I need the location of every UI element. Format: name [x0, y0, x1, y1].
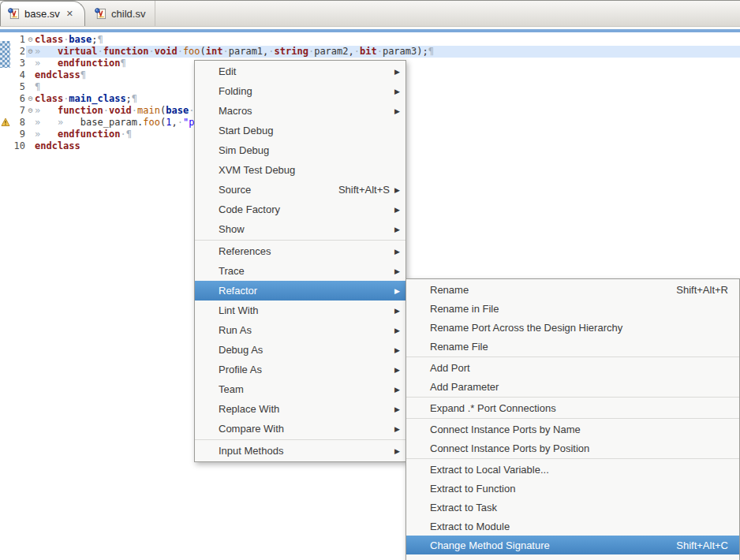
code-token: ·	[97, 46, 103, 57]
code-line[interactable]: 2⊖» virtual·function·void·foo(int·param1…	[0, 46, 740, 58]
code-text: » function·void·main(base·ba	[35, 105, 206, 117]
menu-item-label: Run As	[219, 324, 390, 336]
code-token: ¶	[428, 46, 434, 57]
line-number: 8	[11, 117, 26, 129]
menu-item-connect-instance-ports-by-position[interactable]: Connect Instance Ports by Position	[406, 439, 739, 457]
line-number: 2	[11, 46, 26, 58]
code-token: (	[200, 46, 206, 57]
menu-item-edit[interactable]: Edit▶	[195, 62, 406, 81]
menu-item-rename-port-across-the-design-hierarchy[interactable]: Rename Port Across the Design Hierarchy	[406, 318, 739, 337]
code-token: ;	[126, 93, 132, 104]
code-text: class·base;¶	[35, 34, 103, 46]
menu-item-add-port[interactable]: Add Port	[406, 358, 739, 377]
submenu-arrow-icon: ▶	[394, 425, 400, 433]
menu-item-folding[interactable]: Folding▶	[195, 81, 406, 101]
code-token: main_class	[69, 93, 125, 104]
code-token: ·	[268, 46, 274, 57]
menu-item-references[interactable]: References▶	[195, 241, 406, 261]
fold-minus-icon[interactable]: ⊖	[26, 34, 35, 46]
menu-item-sim-debug[interactable]: Sim Debug	[195, 140, 406, 160]
menu-item-trace[interactable]: Trace▶	[195, 261, 406, 281]
menu-item-debug-as[interactable]: Debug As▶	[195, 340, 406, 360]
code-token: main	[137, 105, 160, 116]
menu-item-refactor[interactable]: Refactor▶	[195, 281, 406, 301]
submenu-arrow-icon: ▶	[394, 366, 400, 374]
menu-item-extract-to-task[interactable]: Extract to Task	[406, 498, 739, 517]
menu-item-start-debug[interactable]: Start Debug	[195, 121, 406, 140]
submenu-arrow-icon: ▶	[394, 68, 400, 76]
tab-base-sv[interactable]: base.sv✕	[0, 1, 85, 26]
menu-item-add-parameter[interactable]: Add Parameter	[406, 377, 739, 396]
menu-item-change-method-signature[interactable]: Change Method SignatureShift+Alt+C	[406, 536, 739, 554]
context-menu: Edit▶Folding▶Macros▶Start DebugSim Debug…	[194, 60, 406, 462]
menu-separator	[406, 418, 739, 419]
code-token: base	[166, 105, 189, 116]
menu-item-team[interactable]: Team▶	[195, 379, 406, 399]
menu-item-run-as[interactable]: Run As▶	[195, 320, 406, 340]
code-token: );	[417, 46, 428, 57]
menu-item-xvm-test-debug[interactable]: XVM Test Debug	[195, 160, 406, 180]
submenu-arrow-icon: ▶	[394, 447, 400, 455]
menu-item-rename-file[interactable]: Rename File	[406, 337, 739, 356]
code-token: endclass	[35, 140, 80, 151]
menu-item-extract-to-module[interactable]: Extract to Module	[406, 517, 739, 536]
code-token: endfunction	[58, 129, 120, 140]
code-token: ·	[354, 46, 360, 57]
menu-item-label: Folding	[219, 85, 390, 97]
line-number: 4	[11, 69, 26, 81]
code-token: »	[35, 105, 58, 116]
menu-item-replace-with[interactable]: Replace With▶	[195, 399, 406, 419]
code-token: ·	[132, 105, 137, 116]
menu-item-macros[interactable]: Macros▶	[195, 101, 406, 121]
code-token: endclass	[35, 69, 80, 80]
code-token: ¶	[120, 58, 125, 69]
menu-item-lint-with[interactable]: Lint With▶	[195, 301, 406, 320]
menu-item-label: Show	[219, 223, 390, 235]
menu-item-label: Extract to Task	[430, 502, 728, 513]
menu-item-expand-port-connections[interactable]: Expand .* Port Connections	[406, 398, 739, 417]
menu-item-connect-instance-ports-by-name[interactable]: Connect Instance Ports by Name	[406, 420, 739, 439]
menu-item-show[interactable]: Show▶	[195, 219, 406, 239]
submenu-arrow-icon: ▶	[394, 226, 400, 233]
code-token: param3	[383, 46, 417, 57]
fold-minus-icon[interactable]: ⊖	[26, 46, 35, 58]
menu-item-label: XVM Test Debug	[219, 164, 390, 176]
editor-window: base.sv✕child.sv 1⊖class·base;¶2⊖» virtu…	[0, 0, 740, 560]
menu-item-profile-as[interactable]: Profile As▶	[195, 360, 406, 379]
code-token: ¶	[132, 93, 137, 104]
code-token: class	[35, 93, 63, 104]
menu-item-extract-to-function[interactable]: Extract to Function	[406, 479, 739, 498]
menu-item-rename-in-file[interactable]: Rename in File	[406, 299, 739, 318]
menu-item-input-methods[interactable]: Input Methods▶	[195, 441, 406, 461]
code-token: »	[35, 129, 58, 140]
menu-item-label: Code Factory	[219, 203, 390, 215]
fold-ruler-cell	[26, 129, 35, 140]
sv-file-icon	[8, 8, 20, 20]
fold-minus-icon[interactable]: ⊖	[26, 93, 35, 105]
code-line[interactable]: 1⊖class·base;¶	[0, 34, 740, 46]
close-icon[interactable]: ✕	[66, 9, 73, 19]
menu-item-compare-with[interactable]: Compare With▶	[195, 419, 406, 439]
submenu-arrow-icon: ▶	[394, 386, 400, 394]
menu-item-rename[interactable]: RenameShift+Alt+R	[406, 280, 739, 299]
submenu-arrow-icon: ▶	[394, 287, 400, 295]
code-token: ¶	[35, 81, 40, 92]
menu-item-code-factory[interactable]: Code Factory▶	[195, 200, 406, 219]
code-text: class·main_class;¶	[35, 93, 137, 105]
line-number: 10	[11, 140, 26, 152]
code-token: ·	[377, 46, 383, 57]
code-token: base_param	[80, 117, 137, 128]
code-token: ·	[178, 46, 183, 57]
warning-icon[interactable]	[1, 118, 10, 127]
tab-label: base.sv	[24, 8, 60, 20]
tab-child-sv[interactable]: child.sv	[85, 1, 155, 26]
code-token: param2	[314, 46, 348, 57]
menu-item-extract-to-local-variable[interactable]: Extract to Local Variable...	[406, 460, 739, 479]
menu-item-label: Expand .* Port Connections	[430, 402, 728, 414]
fold-minus-icon[interactable]: ⊖	[26, 105, 35, 117]
code-text: » » base_param.foo(1,·"pa	[35, 117, 200, 129]
submenu-arrow-icon: ▶	[394, 186, 400, 194]
code-token: ¶	[126, 129, 132, 140]
menu-item-source[interactable]: SourceShift+Alt+S▶	[195, 180, 406, 200]
annotation-ruler-cell	[0, 93, 11, 105]
